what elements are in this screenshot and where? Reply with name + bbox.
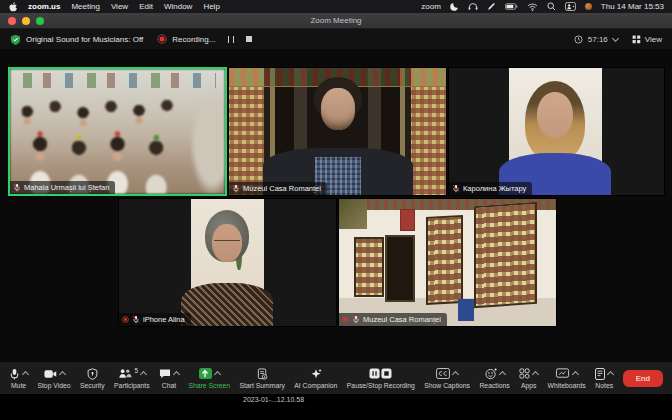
video-tile-2[interactable]: Muzeul Casa Romanței	[228, 67, 447, 196]
view-button[interactable]: View	[632, 35, 662, 44]
muted-mic-icon	[352, 315, 360, 324]
apple-menu-icon[interactable]	[9, 2, 17, 12]
ai-companion-label: AI Companion	[294, 382, 337, 389]
mic-icon	[9, 368, 20, 380]
captions-options-chevron[interactable]	[452, 371, 459, 378]
people-icon	[118, 368, 132, 379]
participants-label: Participants	[114, 382, 150, 389]
battery-icon[interactable]	[505, 3, 518, 10]
timer-value: 57:16	[588, 35, 608, 44]
participant-nametag: iPhone Alina	[119, 313, 191, 326]
participant-video-placeholder	[119, 199, 336, 326]
share-screen-icon	[199, 368, 212, 379]
share-screen-button[interactable]: Share Screen	[188, 368, 230, 389]
video-tile-3[interactable]: Каролина Жытару	[448, 67, 665, 196]
mute-options-chevron[interactable]	[22, 371, 29, 378]
participant-video-placeholder	[339, 199, 556, 326]
security-label: Security	[80, 382, 105, 389]
original-sound-toggle[interactable]: Original Sound for Musicians: Off	[10, 34, 143, 45]
pause-recording-icon[interactable]	[228, 36, 234, 43]
video-grid: Mahala Urmașii lui Ștefan Muzeul Casa Ro…	[0, 49, 672, 362]
menu-view[interactable]: View	[111, 2, 128, 11]
status-app-label[interactable]: zoom	[421, 2, 441, 11]
show-captions-button[interactable]: Show Captions	[424, 368, 470, 389]
shield-check-icon	[10, 34, 21, 45]
whiteboard-icon	[556, 368, 570, 379]
pause-stop-recording-label: Pause/Stop Recording	[347, 382, 415, 389]
start-summary-button[interactable]: Start Summary	[240, 368, 285, 389]
headphones-icon[interactable]	[468, 2, 478, 11]
participant-nametag: Muzeul Casa Romanței	[229, 182, 327, 195]
focus-moon-icon[interactable]	[450, 2, 459, 11]
smiley-icon	[485, 368, 497, 380]
meeting-control-bar: Mute Stop Video Security	[0, 362, 672, 394]
window-title-bar: Zoom Meeting	[0, 13, 672, 29]
whiteboards-label: Whiteboards	[548, 382, 586, 389]
apps-label: Apps	[521, 382, 537, 389]
end-meeting-button[interactable]: End	[623, 370, 663, 387]
reactions-button[interactable]: Reactions	[479, 368, 509, 389]
video-tile-4[interactable]: iPhone Alina	[118, 198, 337, 327]
pause-stop-icon	[369, 368, 392, 379]
share-options-chevron[interactable]	[214, 371, 221, 378]
menu-meeting[interactable]: Meeting	[71, 2, 99, 11]
desktop-file-label[interactable]: 2023-01-...12.10.58	[243, 396, 304, 403]
notes-button[interactable]: Notes	[595, 368, 613, 389]
view-label: View	[645, 35, 662, 44]
participant-nametag: Mahala Urmașii lui Ștefan	[10, 181, 115, 194]
start-summary-label: Start Summary	[240, 382, 285, 389]
timer-chevron-icon[interactable]	[612, 34, 619, 41]
menubar-clock[interactable]: Thu 14 Mar 15:53	[601, 2, 664, 11]
window-title: Zoom Meeting	[0, 16, 672, 25]
video-tile-5[interactable]: Muzeul Casa Romanței	[338, 198, 557, 327]
participant-video-placeholder	[229, 68, 446, 195]
video-tile-1[interactable]: Mahala Urmașii lui Ștefan	[8, 67, 227, 196]
participants-button[interactable]: 5 Participants	[114, 368, 150, 389]
stop-recording-icon[interactable]	[246, 36, 252, 42]
apps-button[interactable]: Apps	[519, 368, 538, 389]
participant-video-placeholder	[10, 69, 225, 194]
chat-button[interactable]: Chat	[159, 368, 179, 389]
participant-video-placeholder	[449, 68, 664, 195]
clock-icon	[574, 35, 583, 44]
participant-recording-icon	[122, 316, 129, 323]
menu-help[interactable]: Help	[203, 2, 219, 11]
participant-name: Mahala Urmașii lui Ștefan	[24, 183, 109, 192]
muted-mic-icon	[13, 183, 21, 192]
video-options-chevron[interactable]	[58, 371, 65, 378]
reactions-label: Reactions	[479, 382, 509, 389]
menu-edit[interactable]: Edit	[139, 2, 153, 11]
menu-window[interactable]: Window	[164, 2, 192, 11]
stop-video-label: Stop Video	[37, 382, 70, 389]
participant-nametag: Muzeul Casa Romanței	[339, 313, 447, 326]
whiteboards-button[interactable]: Whiteboards	[548, 368, 586, 389]
apps-options-chevron[interactable]	[532, 371, 539, 378]
pause-stop-recording-button[interactable]: Pause/Stop Recording	[347, 368, 415, 389]
wifi-icon[interactable]	[527, 3, 538, 11]
muted-mic-icon	[132, 315, 140, 324]
end-button-label: End	[623, 370, 663, 387]
mute-button[interactable]: Mute	[9, 368, 28, 389]
muted-mic-icon	[232, 184, 240, 193]
spotlight-search-icon[interactable]	[547, 2, 556, 11]
participant-name: Muzeul Casa Romanței	[243, 184, 321, 193]
pencil-icon[interactable]	[487, 2, 496, 11]
participants-options-chevron[interactable]	[140, 371, 147, 378]
user-switch-icon[interactable]	[565, 2, 576, 11]
ai-companion-button[interactable]: AI Companion	[294, 368, 337, 389]
meeting-timer[interactable]: 57:16	[574, 35, 618, 44]
menu-zoom-us[interactable]: zoom.us	[28, 2, 60, 11]
participant-recording-icon	[342, 316, 349, 323]
participant-name: Каролина Жытару	[463, 184, 526, 193]
security-button[interactable]: Security	[80, 368, 105, 389]
menubar-app-dot-icon[interactable]	[585, 3, 592, 10]
mute-label: Mute	[11, 382, 26, 389]
notes-options-chevron[interactable]	[607, 371, 614, 378]
whiteboards-options-chevron[interactable]	[572, 371, 579, 378]
reactions-options-chevron[interactable]	[499, 371, 506, 378]
chat-options-chevron[interactable]	[173, 371, 180, 378]
notes-icon	[595, 368, 605, 380]
meeting-top-toolbar: Original Sound for Musicians: Off Record…	[0, 29, 672, 49]
summary-doc-icon	[257, 368, 268, 380]
stop-video-button[interactable]: Stop Video	[37, 368, 70, 389]
